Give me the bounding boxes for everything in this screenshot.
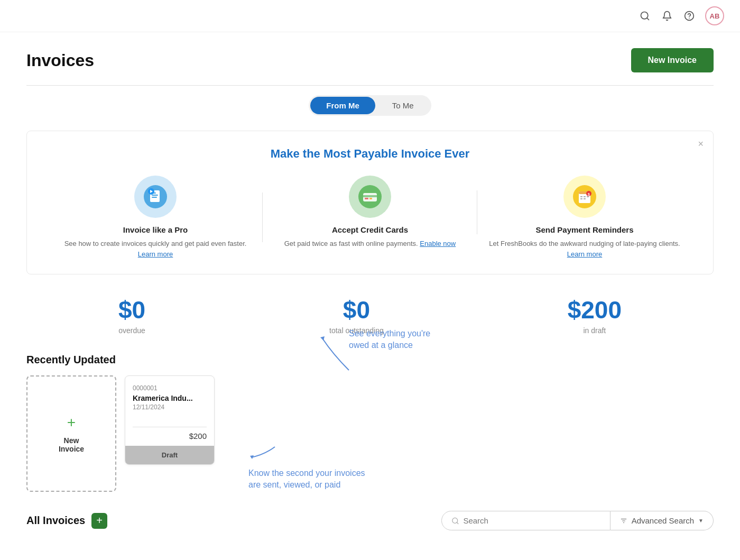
svg-rect-19 [580, 196, 582, 197]
invoice-pro-icon [134, 176, 177, 218]
stat-overdue: $0 overdue [118, 296, 145, 335]
page-title: Invoices [26, 51, 94, 70]
promo-item-title-3: Send Payment Reminders [535, 225, 633, 234]
invoice-card-body: 0000001 Kramerica Indu... 12/11/2024 $20… [125, 376, 214, 446]
payment-reminder-icon: $ [563, 176, 606, 218]
svg-rect-13 [363, 195, 377, 197]
promo-item-title-1: Invoice like a Pro [123, 225, 188, 234]
svg-rect-14 [365, 198, 368, 199]
all-invoices-left: All Invoices + [26, 513, 107, 529]
filter-icon [620, 517, 627, 525]
search-area: Advanced Search ▼ [441, 511, 714, 530]
promo-enable-now[interactable]: Enable now [420, 240, 456, 247]
invoice-date: 12/11/2024 [133, 403, 207, 411]
promo-banner: × Make the Most Payable Invoice Ever [26, 131, 714, 274]
promo-close-button[interactable]: × [698, 139, 704, 150]
svg-rect-21 [584, 196, 586, 197]
search-input-icon [451, 517, 459, 525]
promo-item-reminders: $ Send Payment Reminders Let FreshBooks … [477, 176, 692, 259]
promo-item-credit: Accept Credit Cards Get paid twice as fa… [263, 176, 477, 249]
svg-line-29 [457, 522, 458, 524]
promo-item-desc-2: Get paid twice as fast with online payme… [284, 238, 456, 249]
advanced-search-label: Advanced Search [632, 516, 694, 525]
stat-draft-amount: $200 [568, 296, 622, 324]
cards-row: + NewInvoice 0000001 Kramerica Indu... 1… [26, 375, 714, 492]
new-invoice-button[interactable]: New Invoice [631, 48, 714, 72]
promo-learn-more-3[interactable]: Learn more [567, 250, 602, 258]
search-box [441, 511, 610, 530]
tab-from-me[interactable]: From Me [310, 97, 375, 114]
svg-rect-7 [152, 195, 158, 196]
promo-item-desc-3: Let FreshBooks do the awkward nudging of… [488, 238, 681, 259]
annotation-sent: Know the second your invoicesare sent, v… [248, 444, 365, 491]
advanced-search-button[interactable]: Advanced Search ▼ [610, 511, 714, 530]
invoice-amount: $200 [133, 427, 207, 440]
all-invoices-title: All Invoices [26, 515, 85, 527]
plus-icon: + [67, 414, 76, 431]
divider [26, 85, 714, 86]
tab-row: From Me To Me [26, 95, 714, 116]
stat-overdue-label: overdue [118, 326, 145, 335]
all-invoices-bar: All Invoices + Advanced Search ▼ [26, 511, 714, 536]
new-invoice-card[interactable]: + NewInvoice [26, 375, 116, 492]
invoice-client: Kramerica Indu... [133, 394, 207, 402]
promo-item-invoice: Invoice like a Pro See how to create inv… [48, 176, 263, 259]
svg-line-1 [647, 18, 649, 20]
credit-card-icon [349, 176, 391, 218]
annotation-owed: See everything you'reowed at a glance [317, 333, 518, 378]
promo-item-title-2: Accept Credit Cards [332, 225, 408, 234]
stat-overdue-amount: $0 [118, 296, 145, 324]
svg-rect-23 [587, 196, 589, 197]
annotation-sent-text: Know the second your invoicesare sent, v… [248, 469, 365, 489]
tab-to-me[interactable]: To Me [376, 97, 430, 114]
promo-item-desc-1: See how to create invoices quickly and g… [59, 238, 252, 259]
stat-draft-label: in draft [568, 326, 622, 335]
stat-draft: $200 in draft [568, 296, 622, 335]
annotation-owed-text: See everything you'reowed at a glance [349, 329, 430, 350]
promo-learn-more-1[interactable]: Learn more [138, 250, 173, 258]
svg-rect-15 [369, 198, 372, 199]
invoice-status: Draft [125, 446, 214, 464]
chevron-down-icon: ▼ [698, 518, 704, 524]
search-icon[interactable] [639, 10, 651, 22]
search-input[interactable] [463, 516, 600, 525]
new-invoice-card-label: NewInvoice [59, 436, 84, 453]
add-invoice-button[interactable]: + [91, 513, 107, 529]
header-row: Invoices New Invoice [26, 48, 714, 72]
main-content: Invoices New Invoice From Me To Me × Mak… [0, 32, 740, 552]
invoice-card-0000001[interactable]: 0000001 Kramerica Indu... 12/11/2024 $20… [125, 375, 215, 465]
promo-title: Make the Most Payable Invoice Ever [48, 147, 692, 161]
tab-toggle: From Me To Me [309, 95, 431, 116]
promo-items: Invoice like a Pro See how to create inv… [48, 176, 692, 259]
invoice-number: 0000001 [133, 384, 207, 392]
svg-rect-20 [580, 198, 582, 199]
svg-rect-8 [152, 197, 157, 198]
svg-text:$: $ [588, 192, 590, 197]
top-nav: AB [0, 0, 740, 32]
notifications-icon[interactable] [661, 10, 673, 22]
help-icon[interactable] [683, 10, 696, 22]
avatar[interactable]: AB [705, 6, 724, 25]
svg-rect-22 [584, 198, 586, 199]
stat-outstanding-amount: $0 [329, 296, 384, 324]
